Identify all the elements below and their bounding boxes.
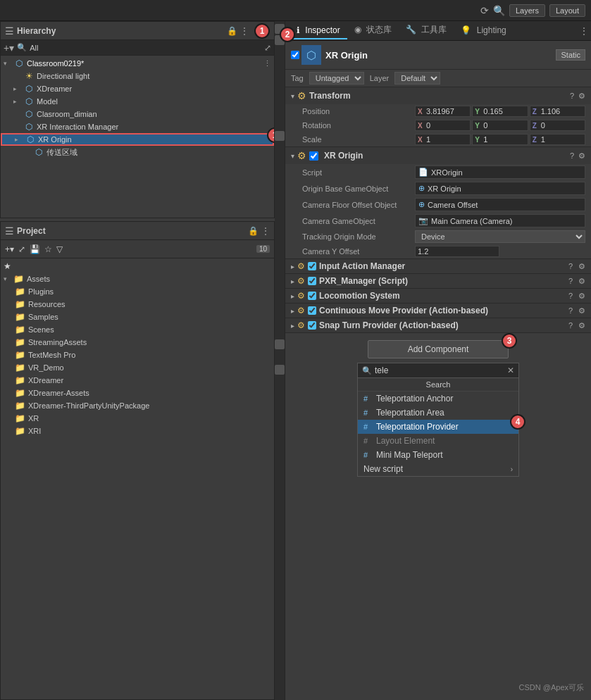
add-component-search-input[interactable] (375, 365, 504, 375)
project-folder-assets[interactable]: ▾ 📁 Assets (1, 273, 274, 285)
more-icon[interactable]: ⋮ (263, 59, 271, 68)
project-folder-xdreamer[interactable]: 📁 XDreamer (1, 374, 274, 387)
hierarchy-search-input[interactable] (30, 44, 144, 52)
add-component-button[interactable]: Add Component (368, 340, 509, 358)
save-project-icon[interactable]: 💾 (30, 244, 40, 254)
scale-y-input[interactable] (483, 135, 518, 144)
project-folder-xri[interactable]: 📁 XRI (1, 425, 274, 437)
add-icon[interactable]: +▾ (4, 42, 14, 54)
project-folder-scenes[interactable]: 📁 Scenes (1, 323, 274, 336)
static-button[interactable]: Static (556, 49, 585, 61)
dropdown-item-new-script[interactable]: New script › (358, 462, 518, 476)
object-enable-checkbox[interactable] (291, 51, 299, 59)
project-folder-streaming[interactable]: 📁 StreamingAssets (1, 336, 274, 349)
settings-icon[interactable]: ⚙ (578, 277, 585, 286)
filter-icon[interactable]: ▽ (56, 244, 63, 254)
help-icon[interactable]: ? (568, 306, 573, 315)
camera-floor-ref[interactable]: ⊕ Camera Offset (415, 198, 585, 211)
project-lock-icon[interactable]: 🔒 (248, 226, 259, 236)
input-action-enable[interactable] (308, 262, 316, 270)
project-folder-samples[interactable]: 📁 Samples (1, 311, 274, 323)
hierarchy-item-xdreamer[interactable]: ▸ ⬡ XDreamer (1, 82, 274, 95)
project-folder-xdreamer-assets[interactable]: 📁 XDreamer-Assets (1, 387, 274, 399)
camera-go-ref[interactable]: 📷 Main Camera (Camera) (415, 214, 585, 227)
xr-origin-header[interactable]: ▾ ⚙ XR Origin ? ⚙ (285, 147, 591, 164)
help-icon[interactable]: ? (570, 92, 574, 101)
position-z-field[interactable]: Z (530, 106, 585, 117)
project-folder-xr[interactable]: 📁 XR (1, 412, 274, 425)
continuous-move-provider[interactable]: ▸ ⚙ Continuous Move Provider (Action-bas… (285, 304, 591, 318)
scale-y-field[interactable]: Y (472, 134, 528, 145)
hierarchy-more-icon[interactable]: ⋮ (240, 26, 249, 36)
camera-y-input[interactable] (418, 247, 460, 256)
dropdown-item-mini-map-teleport[interactable]: # Mini Map Teleport (358, 448, 518, 462)
pxr-manager[interactable]: ▸ ⚙ PXR_Manager (Script) ? ⚙ (285, 274, 591, 289)
dropdown-item-teleportation-provider[interactable]: # Teleportation Provider (358, 420, 518, 434)
project-folder-plugins[interactable]: 📁 Plugins (1, 285, 274, 298)
settings-icon[interactable]: ⚙ (578, 262, 585, 271)
settings-icon[interactable]: ⚙ (578, 151, 585, 161)
hierarchy-item-xrim[interactable]: ⬡ XR Interaction Manager (1, 120, 274, 133)
help-icon[interactable]: ? (570, 151, 574, 161)
snap-turn-provider[interactable]: ▸ ⚙ Snap Turn Provider (Action-based) ? … (285, 318, 591, 333)
input-action-manager[interactable]: ▸ ⚙ Input Action Manager ? ⚙ (285, 259, 591, 274)
inspector-more-icon[interactable]: ⋮ (580, 26, 588, 36)
locomotion-system[interactable]: ▸ ⚙ Locomotion System ? ⚙ (285, 289, 591, 304)
hierarchy-lock-icon[interactable]: 🔒 (227, 26, 237, 36)
hierarchy-expand-icon[interactable]: ⤢ (264, 43, 271, 53)
settings-icon[interactable]: ⚙ (578, 306, 585, 315)
history-icon[interactable]: ⟳ (480, 5, 489, 16)
xr-origin-enable-checkbox[interactable] (309, 151, 318, 161)
clear-search-icon[interactable]: ✕ (507, 365, 514, 375)
position-y-input[interactable] (483, 107, 518, 115)
layout-button[interactable]: Layout (549, 4, 585, 17)
side-item[interactable] (275, 131, 285, 141)
hierarchy-item-dirlight[interactable]: ☀ Directional light (1, 70, 274, 82)
pxr-enable[interactable] (308, 277, 316, 285)
rotation-y-field[interactable]: Y (472, 120, 528, 131)
rotation-x-input[interactable] (426, 121, 461, 130)
snap-turn-enable[interactable] (308, 321, 316, 330)
project-folder-textmesh[interactable]: 📁 TextMesh Pro (1, 349, 274, 361)
help-icon[interactable]: ? (568, 262, 573, 270)
help-icon[interactable]: ? (568, 321, 573, 330)
position-x-field[interactable]: X (415, 106, 471, 117)
locomotion-enable[interactable] (308, 292, 316, 300)
dropdown-item-teleportation-anchor[interactable]: # Teleportation Anchor (358, 392, 518, 406)
project-folder-resources[interactable]: 📁 Resources (1, 298, 274, 311)
help-icon[interactable]: ? (568, 292, 573, 300)
side-item[interactable] (275, 339, 285, 349)
side-item[interactable] (275, 365, 285, 375)
rotation-y-input[interactable] (483, 121, 518, 130)
hierarchy-item-model[interactable]: ▸ ⬡ Model (1, 95, 274, 108)
scale-z-input[interactable] (541, 135, 576, 144)
rotation-z-field[interactable]: Z (530, 120, 585, 131)
origin-base-ref[interactable]: ⊕ XR Origin (415, 182, 585, 195)
position-z-input[interactable] (541, 107, 576, 115)
tracking-select[interactable]: Device (415, 230, 585, 243)
transform-header[interactable]: ▾ ⚙ Transform ? ⚙ (285, 87, 591, 104)
camera-y-field[interactable] (415, 246, 499, 257)
settings-icon[interactable]: ⚙ (578, 292, 585, 301)
add-project-icon[interactable]: +▾ (5, 244, 14, 254)
script-ref[interactable]: 📄 XROrigin (415, 165, 585, 179)
settings-icon[interactable]: ⚙ (578, 92, 585, 101)
position-x-input[interactable] (426, 107, 461, 115)
hierarchy-item-classroom[interactable]: ▾ ⬡ Classroom0219* ⋮ (1, 57, 274, 70)
expand-project-icon[interactable]: ⤢ (18, 244, 25, 254)
project-folder-xdreamer-third[interactable]: 📁 XDreamer-ThirdPartyUnityPackage (1, 399, 274, 412)
layer-select[interactable]: Default (394, 72, 440, 85)
settings-icon[interactable]: ⚙ (578, 321, 585, 330)
project-folder-vr-demo[interactable]: 📁 VR_Demo (1, 361, 274, 374)
tab-lighting[interactable]: 💡 Lighting (454, 23, 513, 39)
dropdown-item-teleportation-area[interactable]: # Teleportation Area (358, 406, 518, 420)
scale-z-field[interactable]: Z (530, 134, 585, 145)
project-folder-starred[interactable]: ★ (1, 260, 274, 273)
dropdown-item-layout-element[interactable]: # Layout Element (358, 434, 518, 448)
rotation-z-input[interactable] (541, 121, 576, 130)
scale-x-field[interactable]: X (415, 134, 471, 145)
tab-states[interactable]: ◉ 状态库 (347, 21, 399, 40)
hierarchy-item-transarea[interactable]: ⬡ 传送区域 (1, 146, 274, 158)
help-icon[interactable]: ? (568, 277, 573, 285)
hierarchy-item-xrorigin[interactable]: ▸ ⬡ XR Origin (1, 133, 274, 146)
